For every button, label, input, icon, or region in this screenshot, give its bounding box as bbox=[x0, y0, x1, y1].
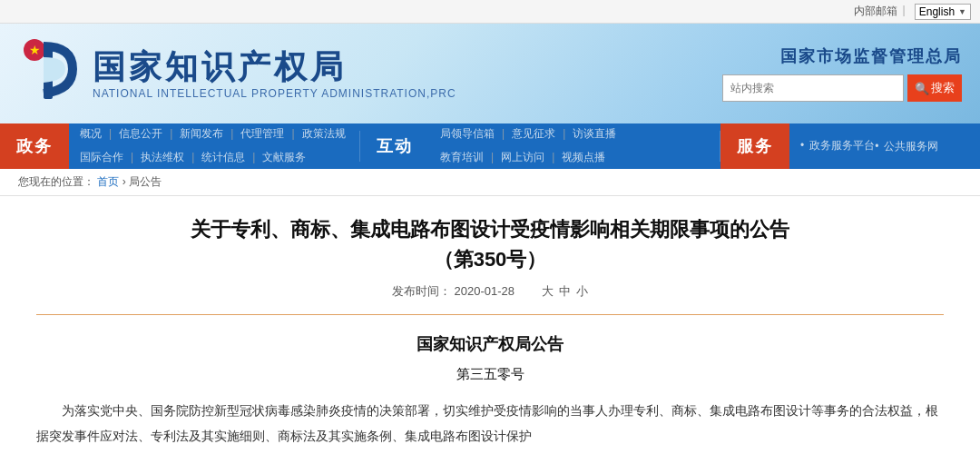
gov-name: 国家市场监督管理总局 bbox=[780, 45, 962, 67]
article-divider bbox=[36, 314, 944, 315]
nav-label-fuwu[interactable]: 服务 bbox=[720, 123, 789, 169]
language-selector[interactable]: English ▼ bbox=[915, 4, 971, 20]
nav-sub-juleadao[interactable]: 局领导信箱 bbox=[440, 125, 495, 143]
font-large-btn[interactable]: 大 bbox=[542, 283, 554, 300]
article-body: 国家知识产权局公告 第三五零号 为落实党中央、国务院防控新型冠状病毒感染肺炎疫情… bbox=[36, 333, 944, 449]
nav-sub-tongjixinxi[interactable]: 统计信息 bbox=[201, 149, 245, 166]
breadcrumb-prefix: 您现在的位置： bbox=[18, 175, 94, 188]
search-btn-label: 搜索 bbox=[931, 80, 955, 96]
article-meta: 发布时间： 2020-01-28 大 中 小 bbox=[36, 283, 944, 300]
article-org-name: 国家知识产权局公告 bbox=[36, 333, 944, 355]
logo-text: 国家知识产权局 NATIONAL INTELLECTUAL PROPERTY A… bbox=[93, 47, 456, 99]
nav-subitems-fuwu: • 政务服务平台 • 公共服务网 bbox=[789, 123, 949, 169]
article-title-line1: 关于专利、商标、集成电路布图设计受疫情影响相关期限事项的公告 bbox=[36, 214, 944, 244]
nav-sub-xinwenfabu[interactable]: 新闻发布 bbox=[180, 125, 223, 143]
nav-sub-tanzhibo[interactable]: 访谈直播 bbox=[573, 125, 616, 143]
nav-sub-xinxigongkai[interactable]: 信息公开 bbox=[119, 125, 162, 143]
font-small-btn[interactable]: 小 bbox=[576, 283, 588, 300]
nav-sub-zhengwufuwu[interactable]: 政务服务平台 bbox=[809, 137, 875, 154]
nav-item-zhengwu[interactable]: 政务 概况| 信息公开| 新闻发布| 代理管理| 政策法规 国际合作| 执法维权… bbox=[0, 123, 359, 169]
publish-info: 发布时间： 2020-01-28 bbox=[392, 283, 514, 300]
search-input[interactable] bbox=[722, 74, 904, 102]
org-name-cn: 国家知识产权局 bbox=[93, 47, 456, 86]
logo-icon: ★ bbox=[18, 37, 82, 110]
breadcrumb: 您现在的位置： 首页 › 局公告 bbox=[0, 169, 980, 196]
article-notice-number: 第三五零号 bbox=[36, 366, 944, 383]
nav-sub-dailiguanli[interactable]: 代理管理 bbox=[240, 125, 284, 143]
search-icon: 🔍 bbox=[915, 82, 929, 95]
header-right: 国家市场监督管理总局 🔍 搜索 bbox=[722, 45, 962, 102]
nav-subitems-hudong: 局领导信箱| 意见征求| 访谈直播 教育培训| 网上访问| 视频点播 bbox=[429, 123, 720, 169]
nav-bar: 政务 概况| 信息公开| 新闻发布| 代理管理| 政策法规 国际合作| 执法维权… bbox=[0, 123, 980, 169]
breadcrumb-sep: › bbox=[122, 175, 129, 188]
nav-sub-guojihezuo[interactable]: 国际合作 bbox=[80, 149, 123, 166]
article-title-line2: （第350号） bbox=[36, 244, 944, 274]
nav-item-fuwu[interactable]: 服务 • 政务服务平台 • 公共服务网 bbox=[720, 123, 949, 169]
org-name-en: NATIONAL INTELLECTUAL PROPERTY ADMINISTR… bbox=[93, 87, 456, 100]
top-bar-separator: | bbox=[903, 4, 906, 19]
top-bar: 内部邮箱 | English ▼ bbox=[0, 0, 980, 24]
nav-sub-yijianzhengqiu[interactable]: 意见征求 bbox=[512, 125, 555, 143]
logo-area: ★ 国家知识产权局 NATIONAL INTELLECTUAL PROPERTY… bbox=[18, 37, 456, 110]
nav-sub-wangshangfangwen[interactable]: 网上访问 bbox=[501, 149, 544, 166]
content-area: 关于专利、商标、集成电路布图设计受疫情影响相关期限事项的公告 （第350号） 发… bbox=[0, 196, 980, 474]
header: ★ 国家知识产权局 NATIONAL INTELLECTUAL PROPERTY… bbox=[0, 24, 980, 123]
nav-subitems-zhengwu: 概况| 信息公开| 新闻发布| 代理管理| 政策法规 国际合作| 执法维权| 统… bbox=[69, 123, 359, 169]
nav-label-zhengwu[interactable]: 政务 bbox=[0, 123, 69, 169]
article-body-text: 为落实党中央、国务院防控新型冠状病毒感染肺炎疫情的决策部署，切实维护受疫情影响的… bbox=[36, 398, 944, 449]
top-bar-links: 内部邮箱 | bbox=[854, 4, 906, 19]
article-title: 关于专利、商标、集成电路布图设计受疫情影响相关期限事项的公告 （第350号） bbox=[36, 214, 944, 274]
nav-sub-zhifaweiquan[interactable]: 执法维权 bbox=[141, 149, 184, 166]
internal-mail-link[interactable]: 内部邮箱 bbox=[854, 4, 897, 19]
publish-date: 2020-01-28 bbox=[455, 284, 515, 298]
breadcrumb-current: 局公告 bbox=[129, 175, 162, 188]
chevron-down-icon: ▼ bbox=[958, 7, 966, 16]
nav-item-hudong[interactable]: 互动 局领导信箱| 意见征求| 访谈直播 教育培训| 网上访问| 视频点播 bbox=[360, 123, 720, 169]
search-box: 🔍 搜索 bbox=[722, 74, 962, 102]
breadcrumb-home[interactable]: 首页 bbox=[97, 175, 119, 188]
nav-sub-zhengcefagui[interactable]: 政策法规 bbox=[302, 125, 346, 143]
svg-text:★: ★ bbox=[29, 43, 41, 57]
publish-label: 发布时间： bbox=[392, 284, 451, 298]
nav-sub-shipindianbo[interactable]: 视频点播 bbox=[562, 149, 605, 166]
bullet-1: • bbox=[800, 137, 804, 154]
nav-label-hudong[interactable]: 互动 bbox=[360, 123, 429, 169]
nav-sub-gaikuang[interactable]: 概况 bbox=[80, 125, 102, 143]
search-button[interactable]: 🔍 搜索 bbox=[907, 74, 962, 102]
nav-sub-wenxianfuwu[interactable]: 文献服务 bbox=[262, 149, 306, 166]
font-size-controls: 大 中 小 bbox=[542, 283, 588, 300]
bullet-2: • bbox=[875, 138, 878, 155]
language-label: English bbox=[919, 5, 955, 18]
nav-sub-gonggongfuwu[interactable]: 公共服务网 bbox=[884, 138, 938, 155]
nav-sub-jiaoyupeixun[interactable]: 教育培训 bbox=[440, 149, 484, 166]
font-medium-btn[interactable]: 中 bbox=[559, 283, 571, 300]
